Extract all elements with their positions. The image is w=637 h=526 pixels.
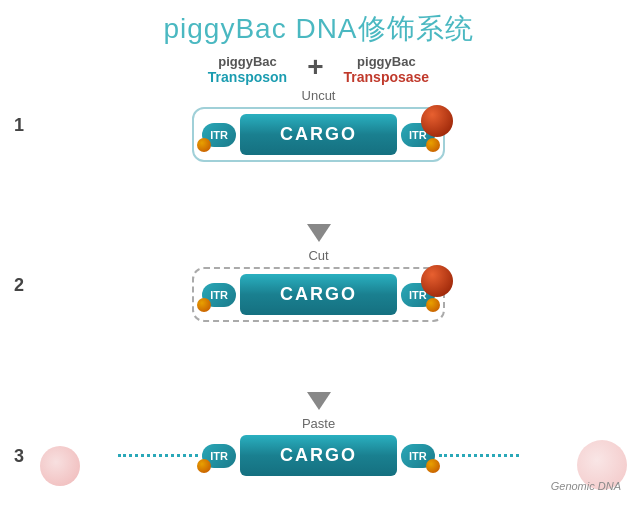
transposon-line1: piggyBac <box>208 54 287 69</box>
step3-itr-left-wrapper: ITR <box>202 444 236 468</box>
transposon-line2: Transposon <box>208 69 287 85</box>
step2-itr-right-wrapper: ITR <box>401 283 435 307</box>
step3-container: 3 Paste ITR CARGO ITR Genomic DNA <box>0 416 637 496</box>
step1-itr-right-wrapper: ITR <box>401 123 435 147</box>
step1-cargo: CARGO <box>240 114 397 155</box>
genomic-dna-label: Genomic DNA <box>551 480 621 492</box>
arrow2-icon <box>307 392 331 410</box>
transposon-label: piggyBac Transposon <box>208 54 287 85</box>
step1-outer-rect: ITR CARGO ITR <box>192 107 444 162</box>
step1-itr-left-wrapper: ITR <box>202 123 236 147</box>
arrow1 <box>0 224 637 242</box>
arrow2 <box>0 392 637 410</box>
step2-itr-dot-left <box>197 298 211 312</box>
step2-enzyme-ball <box>421 265 453 297</box>
step1-itr-dot-right <box>426 138 440 152</box>
step2-container: 2 Cut ITR CARGO ITR <box>0 248 637 322</box>
step2-itr-left-wrapper: ITR <box>202 283 236 307</box>
step3-cargo: CARGO <box>240 435 397 476</box>
step3-diagram: ITR CARGO ITR <box>0 435 637 476</box>
transposase-line1: piggyBac <box>344 54 430 69</box>
header-row: piggyBac Transposon + piggyBac Transposa… <box>0 54 637 85</box>
step1-diagram: ITR CARGO ITR <box>0 107 637 162</box>
arrow1-icon <box>307 224 331 242</box>
step1-container: 1 Uncut ITR CARGO ITR <box>0 88 637 162</box>
step2-cargo: CARGO <box>240 274 397 315</box>
step1-enzyme-ball <box>421 105 453 137</box>
genomic-line-right <box>439 454 519 457</box>
step1-itr-dot-left <box>197 138 211 152</box>
transposase-line2: Transposase <box>344 69 430 85</box>
step3-itr-dot-left <box>197 459 211 473</box>
step2-outer-rect: ITR CARGO ITR <box>192 267 444 322</box>
step2-label: Cut <box>0 248 637 263</box>
step1-label: Uncut <box>0 88 637 103</box>
step3-itr-dot-right <box>426 459 440 473</box>
genomic-line-left <box>118 454 198 457</box>
transposase-label: piggyBac Transposase <box>344 54 430 85</box>
step2-diagram: ITR CARGO ITR <box>0 267 637 322</box>
step3-itr-right-wrapper: ITR <box>401 444 435 468</box>
step3-label: Paste <box>0 416 637 431</box>
page-title: piggyBac DNA修饰系统 <box>0 0 637 48</box>
plus-sign: + <box>307 51 323 83</box>
step2-itr-dot-right <box>426 298 440 312</box>
